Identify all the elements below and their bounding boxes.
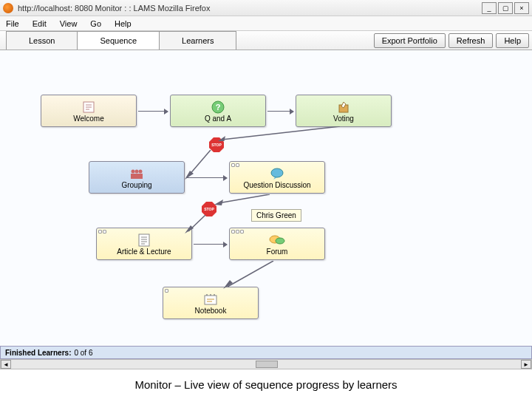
- menu-edit[interactable]: Edit: [33, 19, 47, 28]
- menu-go[interactable]: Go: [90, 19, 101, 28]
- node-label: Question Discussion: [243, 181, 310, 189]
- node-voting[interactable]: Voting: [296, 95, 392, 127]
- svg-rect-14: [139, 234, 149, 246]
- question-icon: ?: [211, 100, 225, 115]
- node-label: Voting: [333, 115, 354, 123]
- svg-rect-18: [205, 296, 216, 304]
- arrow: [138, 111, 168, 112]
- refresh-button[interactable]: Refresh: [449, 33, 494, 48]
- noticeboard-icon: [82, 100, 95, 115]
- ballot-icon: [337, 100, 350, 115]
- node-label: Forum: [267, 248, 288, 256]
- arrow: [222, 261, 277, 290]
- arrow: [186, 177, 227, 178]
- toolbar: Lesson Sequence Learners Export Portfoli…: [0, 31, 532, 50]
- firefox-icon: [3, 3, 13, 13]
- svg-marker-17: [185, 225, 194, 233]
- node-question-discussion[interactable]: Question Discussion: [229, 161, 325, 194]
- node-label: Article & Lecture: [117, 248, 171, 256]
- node-label: Grouping: [121, 181, 151, 189]
- learner-dots: [165, 289, 168, 293]
- arrow: [214, 194, 273, 205]
- node-article-lecture[interactable]: Article & Lecture: [96, 228, 192, 260]
- tab-group: Lesson Sequence Learners: [6, 31, 236, 50]
- node-label: Notebook: [195, 307, 227, 315]
- svg-point-5: [135, 169, 139, 173]
- svg-point-10: [271, 168, 283, 177]
- group-icon: [129, 166, 144, 181]
- node-label: Welcome: [73, 115, 104, 123]
- close-button[interactable]: ×: [514, 2, 529, 14]
- window-titlebar: http://localhost: 8080 Monitor : : LAMS …: [0, 0, 532, 16]
- svg-point-21: [214, 294, 215, 296]
- menu-help[interactable]: Help: [115, 19, 132, 28]
- window-title: http://localhost: 8080 Monitor : : LAMS …: [18, 4, 482, 13]
- node-welcome[interactable]: Welcome: [41, 95, 137, 127]
- svg-point-6: [139, 169, 143, 173]
- export-portfolio-button[interactable]: Export Portfolio: [374, 33, 446, 48]
- svg-marker-11: [218, 136, 225, 141]
- minimize-button[interactable]: _: [482, 2, 497, 14]
- svg-rect-9: [138, 174, 143, 179]
- svg-point-16: [276, 238, 284, 244]
- arrow: [185, 150, 214, 180]
- help-button[interactable]: Help: [496, 33, 529, 48]
- svg-point-19: [206, 294, 208, 296]
- notebook-icon: [204, 292, 217, 307]
- sequence-canvas[interactable]: Welcome ? Q and A Voting STOP Grouping Q…: [0, 50, 532, 346]
- status-bar: Finished Learners: 0 of 6: [0, 346, 532, 359]
- scroll-left-arrow[interactable]: ◄: [1, 360, 11, 369]
- learner-dots: [231, 230, 244, 233]
- arrow: [267, 111, 293, 112]
- arrow: [218, 126, 344, 141]
- slide-caption: Monitor – Live view of sequence progress…: [0, 369, 532, 399]
- chat-icon: [270, 166, 284, 181]
- arrow: [185, 215, 207, 233]
- menu-file[interactable]: File: [6, 19, 19, 28]
- svg-marker-13: [214, 200, 223, 205]
- window-controls: _ ▢ ×: [482, 2, 529, 14]
- maximize-button[interactable]: ▢: [498, 2, 513, 14]
- learner-dots: [231, 163, 239, 167]
- node-qanda[interactable]: ? Q and A: [170, 95, 266, 127]
- tab-learners[interactable]: Learners: [159, 31, 236, 50]
- menu-view[interactable]: View: [60, 19, 78, 28]
- learner-badge-chris[interactable]: Chris Green: [251, 209, 301, 222]
- status-label: Finished Learners:: [5, 349, 71, 357]
- tab-lesson[interactable]: Lesson: [6, 31, 78, 50]
- menubar: File Edit View Go Help: [0, 16, 532, 31]
- learner-dots: [98, 230, 106, 233]
- horizontal-scrollbar[interactable]: ◄ ►: [0, 359, 532, 369]
- document-icon: [138, 233, 150, 248]
- scroll-thumb[interactable]: [256, 361, 278, 368]
- svg-point-20: [210, 294, 211, 296]
- tab-sequence[interactable]: Sequence: [77, 31, 160, 50]
- status-value: 0 of 6: [74, 349, 92, 357]
- forum-icon: [269, 233, 285, 248]
- scroll-right-arrow[interactable]: ►: [521, 360, 531, 369]
- arrow: [194, 244, 227, 245]
- node-notebook[interactable]: Notebook: [163, 287, 259, 319]
- node-forum[interactable]: Forum: [229, 228, 325, 260]
- node-grouping[interactable]: Grouping: [89, 161, 185, 194]
- node-label: Q and A: [205, 115, 231, 123]
- svg-point-4: [132, 169, 135, 173]
- svg-text:?: ?: [216, 103, 221, 112]
